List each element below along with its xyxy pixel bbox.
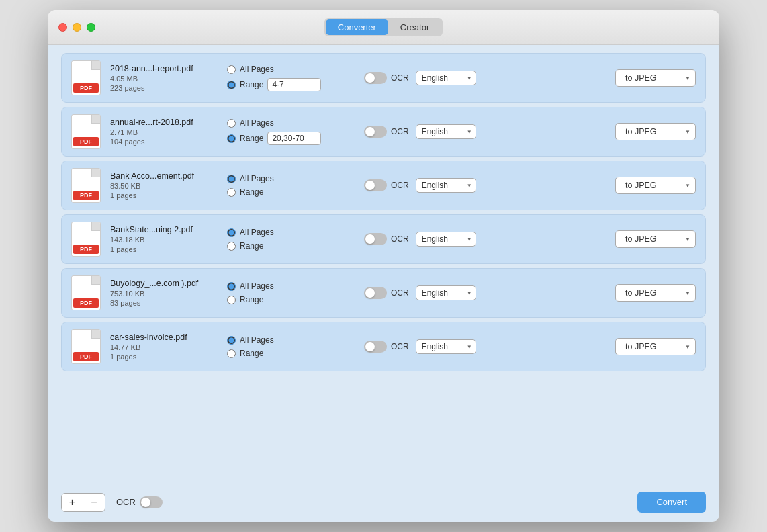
- range-label: Range: [240, 349, 263, 358]
- format-select[interactable]: to JPEG to PNG to PDF to Word to Excel: [615, 69, 696, 87]
- traffic-lights: [58, 23, 95, 32]
- format-select-wrapper: to JPEG to PNG to PDF to Word to Excel: [615, 338, 696, 355]
- format-select[interactable]: to JPEG to PNG to PDF to Word to Excel: [615, 230, 696, 248]
- language-select-wrapper: English French German Spanish: [416, 285, 476, 300]
- range-option: Range: [227, 241, 348, 251]
- page-options: All Pages Range: [227, 64, 348, 91]
- file-size: 4.05 MB: [110, 75, 218, 83]
- range-option: Range: [227, 187, 348, 197]
- language-select-wrapper: English French German Spanish: [416, 232, 476, 247]
- tab-group: Converter Creator: [324, 18, 443, 36]
- file-info: BankState...uing 2.pdf 143.18 KB 1 pages: [110, 225, 218, 253]
- range-label: Range: [240, 187, 263, 197]
- language-select[interactable]: English French German Spanish: [416, 232, 476, 247]
- ocr-section: OCR: [364, 179, 409, 191]
- ocr-toggle[interactable]: [364, 72, 387, 84]
- main-window: Converter Creator PDF 2018-ann...l-repor…: [48, 10, 719, 522]
- bottom-ocr-toggle[interactable]: [140, 496, 163, 508]
- file-pages: 104 pages: [110, 138, 218, 146]
- range-radio[interactable]: [227, 81, 236, 89]
- minimize-button[interactable]: [73, 23, 81, 32]
- ocr-toggle[interactable]: [364, 341, 387, 353]
- language-select-wrapper: English French German Spanish: [416, 71, 476, 85]
- all-pages-label: All Pages: [240, 118, 274, 128]
- range-label: Range: [240, 295, 263, 304]
- range-label: Range: [240, 80, 263, 89]
- all-pages-radio[interactable]: [227, 282, 236, 291]
- language-select[interactable]: English French German Spanish: [416, 71, 476, 85]
- all-pages-label: All Pages: [240, 335, 274, 345]
- pdf-icon: PDF: [71, 114, 101, 149]
- page-options: All Pages Range: [227, 118, 348, 145]
- ocr-section: OCR: [364, 287, 409, 299]
- bottom-ocr-section: OCR: [116, 496, 163, 508]
- ocr-section: OCR: [364, 126, 409, 138]
- file-pages: 1 pages: [110, 245, 218, 253]
- range-input[interactable]: [267, 132, 321, 145]
- maximize-button[interactable]: [87, 23, 95, 32]
- ocr-label: OCR: [391, 234, 409, 244]
- pdf-badge: PDF: [73, 83, 99, 93]
- all-pages-radio[interactable]: [227, 65, 236, 74]
- language-select-wrapper: English French German Spanish: [416, 124, 476, 139]
- file-size: 14.77 KB: [110, 343, 218, 351]
- row-right: OCR English French German Spanish to JPE…: [357, 123, 696, 140]
- file-row: PDF Buyology_...e.com ).pdf 753.10 KB 83…: [61, 268, 706, 318]
- format-select[interactable]: to JPEG to PNG to PDF to Word to Excel: [615, 338, 696, 355]
- language-select[interactable]: English French German Spanish: [416, 339, 476, 354]
- all-pages-radio[interactable]: [227, 228, 236, 237]
- all-pages-label: All Pages: [240, 228, 274, 237]
- file-pages: 223 pages: [110, 84, 218, 92]
- remove-file-button[interactable]: −: [83, 494, 105, 511]
- pdf-icon: PDF: [71, 168, 101, 203]
- ocr-label: OCR: [391, 127, 409, 136]
- language-select[interactable]: English French German Spanish: [416, 285, 476, 300]
- range-input[interactable]: [267, 78, 321, 91]
- all-pages-radio[interactable]: [227, 336, 236, 345]
- format-select[interactable]: to JPEG to PNG to PDF to Word to Excel: [615, 284, 696, 302]
- range-option: Range: [227, 349, 348, 358]
- ocr-toggle[interactable]: [364, 287, 387, 299]
- pdf-icon: PDF: [71, 60, 101, 95]
- file-size: 83.50 KB: [110, 182, 218, 190]
- tab-converter[interactable]: Converter: [326, 19, 388, 35]
- titlebar: Converter Creator: [48, 10, 719, 45]
- format-select[interactable]: to JPEG to PNG to PDF to Word to Excel: [615, 177, 696, 194]
- range-label: Range: [240, 134, 263, 143]
- add-file-button[interactable]: +: [62, 494, 83, 511]
- range-radio[interactable]: [227, 134, 236, 143]
- page-options: All Pages Range: [227, 335, 348, 358]
- close-button[interactable]: [58, 23, 67, 32]
- file-info: car-sales-invoice.pdf 14.77 KB 1 pages: [110, 332, 218, 361]
- convert-button[interactable]: Convert: [637, 492, 706, 513]
- row-right: OCR English French German Spanish to JPE…: [357, 177, 696, 194]
- range-radio[interactable]: [227, 349, 236, 358]
- file-list: PDF 2018-ann...l-report.pdf 4.05 MB 223 …: [61, 53, 706, 371]
- ocr-toggle[interactable]: [364, 126, 387, 138]
- format-select[interactable]: to JPEG to PNG to PDF to Word to Excel: [615, 123, 696, 140]
- language-select[interactable]: English French German Spanish: [416, 178, 476, 193]
- all-pages-radio[interactable]: [227, 175, 236, 183]
- range-radio[interactable]: [227, 296, 236, 304]
- tab-creator[interactable]: Creator: [388, 19, 441, 35]
- language-select-wrapper: English French German Spanish: [416, 178, 476, 193]
- page-options: All Pages Range: [227, 174, 348, 197]
- ocr-toggle[interactable]: [364, 179, 387, 191]
- all-pages-option: All Pages: [227, 281, 348, 291]
- file-size: 143.18 KB: [110, 236, 218, 244]
- pdf-badge: PDF: [73, 298, 99, 308]
- format-select-wrapper: to JPEG to PNG to PDF to Word to Excel: [615, 230, 696, 248]
- row-right: OCR English French German Spanish to JPE…: [357, 338, 696, 355]
- ocr-label: OCR: [391, 288, 409, 298]
- ocr-toggle[interactable]: [364, 233, 387, 245]
- file-size: 2.71 MB: [110, 128, 218, 136]
- pdf-badge: PDF: [73, 137, 99, 146]
- all-pages-radio[interactable]: [227, 119, 236, 128]
- file-info: 2018-ann...l-report.pdf 4.05 MB 223 page…: [110, 64, 218, 92]
- language-select[interactable]: English French German Spanish: [416, 124, 476, 139]
- add-remove-group: + −: [61, 493, 105, 512]
- range-radio[interactable]: [227, 188, 236, 197]
- ocr-section: OCR: [364, 72, 409, 84]
- file-info: annual-re...rt-2018.pdf 2.71 MB 104 page…: [110, 118, 218, 146]
- range-radio[interactable]: [227, 242, 236, 251]
